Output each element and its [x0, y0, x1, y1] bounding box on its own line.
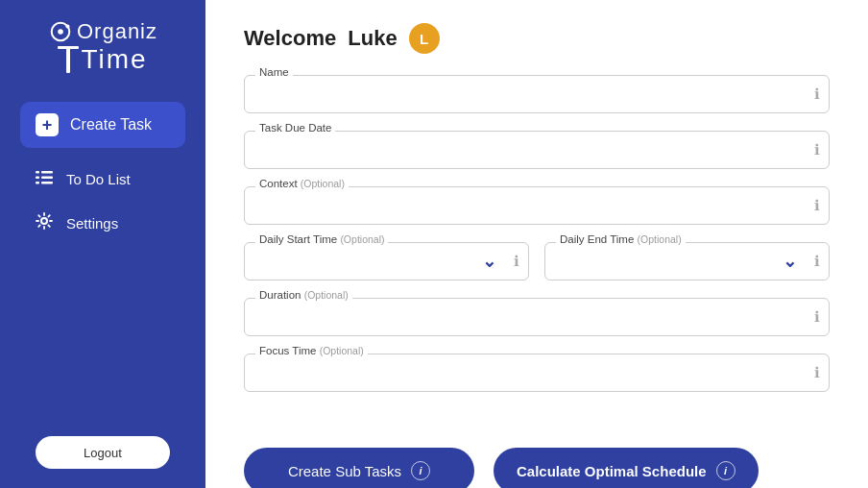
svg-rect-7	[36, 177, 39, 180]
due-date-info-icon[interactable]: ℹ	[814, 141, 820, 159]
calculate-schedule-info-icon: i	[716, 461, 735, 480]
organiz-logo-icon	[48, 19, 73, 44]
list-icon	[36, 169, 53, 189]
focus-time-info-icon[interactable]: ℹ	[814, 364, 820, 381]
avatar: L	[409, 23, 440, 54]
settings-nav-item[interactable]: Settings	[20, 203, 185, 244]
focus-time-label: Focus Time (Optional)	[255, 345, 368, 356]
plus-icon: +	[36, 113, 59, 136]
create-task-label: Create Task	[70, 116, 152, 134]
focus-time-input[interactable]	[244, 354, 830, 392]
context-info-icon[interactable]: ℹ	[814, 197, 820, 214]
duration-input[interactable]	[244, 298, 830, 336]
due-date-field-group: Task Due Date ℹ	[244, 131, 830, 169]
logout-label: Logout	[84, 446, 122, 460]
context-field-group: Context (Optional) ℹ	[244, 186, 830, 225]
daily-start-select[interactable]: 6:00 AM 7:00 AM 8:00 AM 9:00 AM 10:00 AM	[244, 242, 529, 281]
daily-time-row: Daily Start Time (Optional) 6:00 AM 7:00…	[244, 242, 830, 281]
svg-point-11	[41, 218, 47, 224]
logout-button[interactable]: Logout	[36, 436, 170, 469]
calculate-schedule-button[interactable]: Calculate Optimal Schedule i	[494, 448, 759, 488]
svg-rect-4	[66, 46, 70, 73]
duration-info-icon[interactable]: ℹ	[814, 308, 820, 326]
daily-end-label: Daily End Time (Optional)	[556, 233, 686, 245]
sidebar: Organiz Time + Create Task To Do List	[0, 0, 205, 488]
todo-list-nav-item[interactable]: To Do List	[20, 159, 185, 199]
name-input[interactable]	[244, 75, 830, 113]
daily-start-select-wrapper: 6:00 AM 7:00 AM 8:00 AM 9:00 AM 10:00 AM…	[244, 242, 529, 281]
duration-field-group: Duration (Optional) ℹ	[244, 298, 830, 336]
create-task-button[interactable]: + Create Task	[20, 102, 185, 148]
daily-end-info-icon[interactable]: ℹ	[814, 253, 820, 270]
organiz-text: Organiz	[77, 19, 157, 44]
svg-rect-10	[41, 182, 53, 184]
svg-point-2	[65, 24, 69, 28]
due-date-input[interactable]	[244, 131, 830, 169]
daily-start-field-group: Daily Start Time (Optional) 6:00 AM 7:00…	[244, 242, 529, 281]
welcome-text: Welcome Luke	[244, 26, 398, 51]
welcome-row: Welcome Luke L	[244, 23, 830, 54]
main-content: Welcome Luke L Name ℹ Task Due Date ℹ Co…	[205, 0, 868, 488]
logo-area: Organiz Time	[48, 19, 157, 75]
create-sub-tasks-label: Create Sub Tasks	[288, 463, 401, 479]
due-date-label: Task Due Date	[255, 122, 335, 134]
form-area: Name ℹ Task Due Date ℹ Context (Optional…	[244, 75, 830, 409]
settings-label: Settings	[66, 215, 118, 232]
svg-rect-8	[41, 177, 53, 180]
name-info-icon[interactable]: ℹ	[814, 85, 820, 103]
svg-rect-6	[41, 171, 53, 174]
duration-label: Duration (Optional)	[255, 289, 352, 301]
time-text: Time	[81, 44, 147, 75]
svg-point-1	[58, 29, 63, 35]
daily-end-select-wrapper: 5:00 PM 6:00 PM 7:00 PM 8:00 PM 9:00 PM …	[544, 242, 830, 281]
todo-list-label: To Do List	[66, 171, 131, 187]
svg-rect-9	[36, 182, 39, 184]
logo-time: Time	[58, 44, 147, 75]
create-sub-tasks-info-icon: i	[411, 461, 430, 480]
context-label: Context (Optional)	[255, 178, 349, 189]
daily-start-info-icon[interactable]: ℹ	[514, 253, 519, 270]
calculate-schedule-label: Calculate Optimal Schedule	[517, 463, 707, 479]
focus-time-field-group: Focus Time (Optional) ℹ	[244, 354, 830, 392]
create-sub-tasks-button[interactable]: Create Sub Tasks i	[244, 448, 474, 488]
context-input[interactable]	[244, 186, 830, 225]
daily-end-field-group: Daily End Time (Optional) 5:00 PM 6:00 P…	[544, 242, 830, 281]
svg-rect-5	[36, 171, 39, 174]
gear-icon	[36, 212, 53, 234]
logo-organiz: Organiz	[48, 19, 157, 44]
daily-end-select[interactable]: 5:00 PM 6:00 PM 7:00 PM 8:00 PM 9:00 PM	[544, 242, 830, 281]
bottom-buttons: Create Sub Tasks i Calculate Optimal Sch…	[244, 448, 830, 488]
time-t-icon	[58, 44, 79, 75]
name-field-group: Name ℹ	[244, 75, 830, 113]
name-label: Name	[255, 66, 293, 78]
daily-start-label: Daily Start Time (Optional)	[255, 233, 388, 245]
